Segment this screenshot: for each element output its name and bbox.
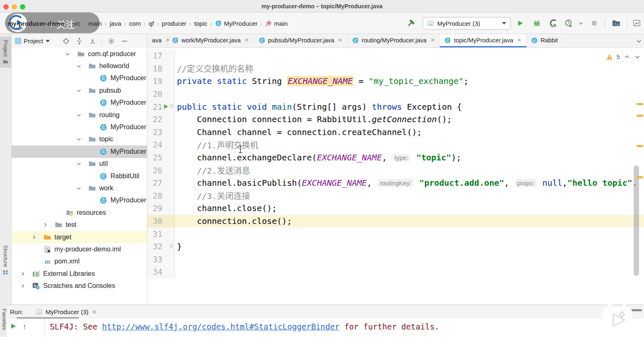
code-text[interactable] xyxy=(175,266,644,278)
chevron-right-icon[interactable] xyxy=(20,283,32,289)
rerun-icon[interactable] xyxy=(10,323,17,330)
fold-marker-icon[interactable] xyxy=(169,244,174,249)
code-line-26[interactable]: 26 //2.发送消息 xyxy=(147,164,644,177)
tree-item-MyProducer[interactable]: CMyProducer xyxy=(12,97,147,109)
run-button[interactable] xyxy=(515,12,526,34)
code-lines[interactable]: 1718//定义交换机的名称19private static String EX… xyxy=(147,49,644,278)
tree-item-work[interactable]: work xyxy=(12,182,147,194)
code-line-33[interactable]: 33 xyxy=(147,253,644,266)
locate-icon[interactable] xyxy=(61,36,71,47)
run-console[interactable]: ↑ SLF4J: See http://www.slf4j.org/codes.… xyxy=(7,319,644,337)
chevron-down-icon[interactable] xyxy=(634,54,641,60)
editor-tab-work/MyProducer.java[interactable]: Cwork/MyProducer.java✕ xyxy=(167,34,254,47)
chevron-down-icon[interactable] xyxy=(46,40,50,42)
code-line-24[interactable]: 24 //1.声明交换机 xyxy=(147,138,644,151)
chevron-down-icon[interactable] xyxy=(76,160,88,167)
code-line-32[interactable]: 32} xyxy=(147,240,644,253)
tree-item-pom.xml[interactable]: mpom.xml xyxy=(12,256,147,268)
tree-item-resources[interactable]: resources xyxy=(12,207,147,219)
code-text[interactable] xyxy=(175,253,644,266)
breadcrumb-item-java[interactable]: java xyxy=(110,20,121,27)
editor-scrollbar[interactable] xyxy=(634,165,639,276)
code-line-18[interactable]: 18//定义交换机的名称 xyxy=(147,62,644,75)
breadcrumb-item-my-producer-demo[interactable]: my-producer-demo xyxy=(7,20,64,27)
code-line-25[interactable]: 25 channel.exchangeDeclare(EXCHANGE_NAME… xyxy=(147,151,644,164)
up-arrow-icon[interactable]: ↑ xyxy=(22,323,27,330)
editor-tab-pubsub/MyProducer.java[interactable]: Cpubsub/MyProducer.java✕ xyxy=(254,34,348,47)
chevron-down-icon[interactable] xyxy=(76,87,88,94)
breadcrumb-item-MyProducer[interactable]: CMyProducer xyxy=(215,20,257,27)
tree-item-RabbitUtil[interactable]: CRabbitUtil xyxy=(12,170,147,182)
chevron-down-icon[interactable] xyxy=(65,51,77,57)
tree-item-MyProducer[interactable]: CMyProducer xyxy=(12,145,147,157)
hidden-tabs-chevron-icon[interactable] xyxy=(636,38,642,44)
warning-stripe-mark[interactable] xyxy=(637,176,643,178)
profiler-button[interactable] xyxy=(563,12,574,34)
tree-item-pubsub[interactable]: pubsub xyxy=(12,84,147,96)
breadcrumb-item-com[interactable]: com xyxy=(129,20,141,27)
tool-strip-project[interactable]: Project xyxy=(0,37,11,68)
chevron-down-icon[interactable] xyxy=(76,185,88,192)
tree-item-MyProducer[interactable]: CMyProducer xyxy=(12,121,147,133)
collapse-all-icon[interactable] xyxy=(87,36,98,47)
code-text[interactable]: //定义交换机的名称 xyxy=(175,62,644,75)
tree-item-target[interactable]: target xyxy=(12,231,147,243)
close-icon[interactable]: ✕ xyxy=(92,309,97,315)
tree-item-com.qf.producer[interactable]: com.qf.producer xyxy=(12,48,147,60)
code-line-29[interactable]: 29 channel.close(); xyxy=(147,202,644,215)
code-line-28[interactable]: 28 //3.关闭连接 xyxy=(147,189,644,202)
code-line-31[interactable]: 31 xyxy=(147,227,644,240)
fold-marker-icon[interactable] xyxy=(169,104,174,109)
chevron-right-icon[interactable] xyxy=(42,221,55,228)
chevron-down-icon[interactable] xyxy=(76,112,88,118)
code-text[interactable]: Channel channel = connection.createChann… xyxy=(175,126,644,139)
mini-player-overlay[interactable] xyxy=(600,302,636,335)
code-text[interactable]: channel.exchangeDeclare(EXCHANGE_NAME, t… xyxy=(175,151,644,164)
tool-strip-structure[interactable]: Structure xyxy=(0,242,11,278)
chevron-right-icon[interactable] xyxy=(31,234,44,241)
code-editor[interactable]: 1718//定义交换机的名称19private static String EX… xyxy=(147,48,644,305)
code-text[interactable]: public static void main(String[] args) t… xyxy=(175,100,644,113)
breadcrumb-item-qf[interactable]: qf xyxy=(149,20,154,27)
code-line-34[interactable]: 34 xyxy=(147,266,644,278)
expand-all-icon[interactable] xyxy=(74,36,85,47)
code-text[interactable]: } xyxy=(175,240,644,253)
code-line-17[interactable]: 17 xyxy=(147,49,644,62)
tree-item-topic[interactable]: topic xyxy=(12,133,147,145)
code-text[interactable]: //1.声明交换机 xyxy=(175,138,644,151)
code-line-23[interactable]: 23 Channel channel = connection.createCh… xyxy=(147,126,644,139)
build-hammer-button[interactable] xyxy=(405,12,417,34)
editor-tab-Rabbit[interactable]: CRabbit xyxy=(526,34,563,47)
chevron-right-icon[interactable] xyxy=(20,271,32,277)
tree-item-routing[interactable]: routing xyxy=(12,109,147,121)
tree-item-test[interactable]: test xyxy=(12,219,147,231)
breadcrumb-item-topic[interactable]: topic xyxy=(194,20,208,27)
code-line-27[interactable]: 27 channel.basicPublish(EXCHANGE_NAME, r… xyxy=(147,177,644,189)
editor-tab-ava[interactable]: ava✕ xyxy=(147,34,167,47)
console-link[interactable]: http://www.slf4j.org/codes.html#StaticLo… xyxy=(102,322,340,331)
tree-item-Scratches and Consoles[interactable]: Scratches and Consoles xyxy=(12,280,147,292)
breadcrumb-item-main[interactable]: mmain xyxy=(265,20,288,27)
code-text[interactable]: connection.close(); xyxy=(175,215,644,228)
chevron-up-icon[interactable] xyxy=(624,54,630,60)
inspections-widget[interactable]: 5 xyxy=(606,53,641,60)
code-text[interactable] xyxy=(175,49,644,62)
code-text[interactable]: //3.关闭连接 xyxy=(175,189,644,202)
run-config-select[interactable]: MyProducer (3) xyxy=(423,17,511,30)
more-run-options-button[interactable] xyxy=(577,12,585,34)
chevron-down-icon[interactable] xyxy=(76,63,88,69)
code-line-21[interactable]: 21public static void main(String[] args)… xyxy=(147,100,644,113)
debug-button[interactable] xyxy=(531,12,542,34)
close-icon[interactable]: ✕ xyxy=(338,37,343,43)
run-tab[interactable]: MyProducer (3) ✕ xyxy=(36,308,97,315)
tree-item-helloworld[interactable]: helloworld xyxy=(12,60,147,72)
warning-stripe-mark[interactable] xyxy=(637,115,643,117)
warning-stripe-mark[interactable] xyxy=(637,145,643,147)
tree-item-MyProducer[interactable]: CMyProducer xyxy=(12,72,147,84)
code-text[interactable]: private static String EXCHANGE_NAME = "m… xyxy=(175,75,644,88)
close-icon[interactable]: ✕ xyxy=(517,37,522,43)
breadcrumb-item-producer[interactable]: producer xyxy=(162,20,186,27)
code-text[interactable]: channel.close(); xyxy=(175,202,644,215)
tree-item-util[interactable]: util xyxy=(12,158,147,170)
code-text[interactable] xyxy=(175,88,644,101)
